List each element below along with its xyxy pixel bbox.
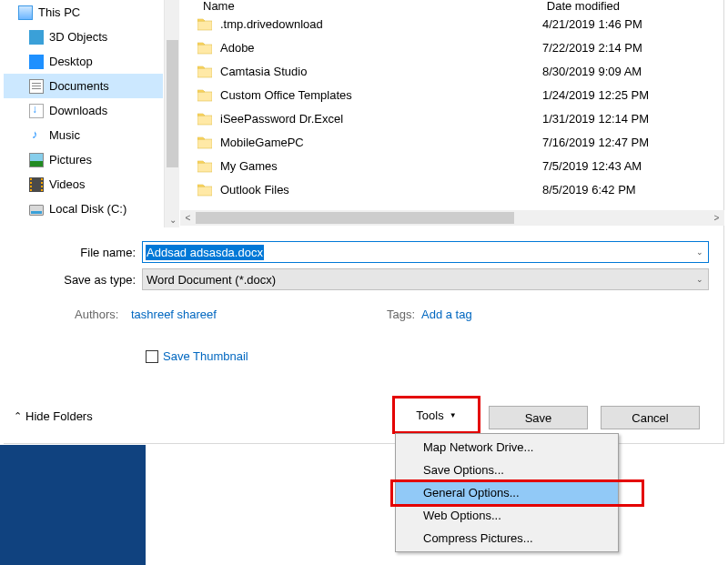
authors-label: Authors: [75, 308, 118, 321]
menu-item-save-options[interactable]: Save Options... [396, 459, 618, 481]
nav-item-pictures[interactable]: Pictures [4, 147, 163, 172]
nav-scroll-down[interactable]: ⌄ [165, 212, 180, 227]
folder-icon [197, 89, 212, 100]
hscroll-right-arrow[interactable]: > [709, 210, 724, 226]
file-date: 8/5/2019 6:42 PM [542, 183, 724, 197]
column-header-name[interactable]: Name [203, 0, 235, 13]
file-row[interactable]: My Games7/5/2019 12:43 AM [180, 154, 724, 177]
tags-value[interactable]: Add a tag [421, 308, 472, 321]
nav-item-this-pc[interactable]: This PC [4, 0, 163, 25]
pic-icon [29, 153, 44, 167]
nav-item-label: Downloads [49, 104, 107, 117]
save-as-type-value: Word Document (*.docx) [147, 273, 276, 287]
file-name: MobileGamePC [220, 136, 542, 149]
file-row[interactable]: Custom Office Templates1/24/2019 12:25 P… [180, 83, 724, 106]
nav-item-label: This PC [38, 5, 80, 19]
pc-icon [18, 5, 33, 20]
authors-value[interactable]: tashreef shareef [131, 308, 217, 321]
file-row[interactable]: MobileGamePC7/16/2019 12:47 PM [180, 130, 724, 154]
file-date: 7/5/2019 12:43 AM [542, 159, 724, 173]
cancel-button-label: Cancel [632, 411, 668, 425]
nav-scroll-thumb[interactable] [167, 40, 178, 167]
menu-item-map-network-drive[interactable]: Map Network Drive... [396, 436, 618, 459]
file-row[interactable]: Camtasia Studio8/30/2019 9:09 AM [180, 59, 724, 83]
folder-icon [197, 18, 212, 29]
file-row[interactable]: .tmp.drivedownload4/21/2019 1:46 PM [180, 12, 724, 35]
tags-label: Tags: [387, 308, 415, 321]
save-as-type-select[interactable]: Word Document (*.docx) ⌄ [142, 268, 709, 290]
disk-icon [29, 205, 44, 216]
desktop-icon [29, 55, 44, 69]
file-name-label: File name: [4, 246, 142, 259]
save-button-label: Save [525, 411, 552, 425]
tools-button-label: Tools [416, 409, 443, 422]
menu-item-general-options[interactable]: General Options... [396, 481, 618, 504]
nav-item-label: Local Disk (C:) [49, 202, 126, 216]
chevron-up-icon: ⌃ [14, 410, 22, 422]
file-name: Custom Office Templates [220, 88, 542, 102]
file-name: My Games [220, 159, 542, 173]
file-name: .tmp.drivedownload [220, 17, 542, 31]
nav-item-desktop[interactable]: Desktop [4, 49, 163, 74]
file-name: Outlook Files [220, 183, 542, 197]
save-button[interactable]: Save [489, 406, 588, 429]
file-listing: Name Date modified .tmp.drivedownload4/2… [180, 0, 724, 209]
file-date: 8/30/2019 9:09 AM [542, 65, 724, 78]
file-name-dropdown-arrow[interactable]: ⌄ [692, 242, 708, 262]
file-name: Adobe [220, 41, 542, 55]
background-app-strip [0, 445, 146, 565]
tools-highlight-box: Tools ▼ [392, 396, 480, 434]
nav-item-music[interactable]: Music [4, 123, 163, 147]
nav-item-label: Documents [49, 79, 109, 93]
down-icon [29, 104, 44, 118]
nav-item-label: Videos [49, 177, 86, 191]
file-name-value[interactable]: Addsad adsasda.docx [146, 245, 264, 260]
hscroll-left-arrow[interactable]: < [180, 210, 196, 226]
nav-item-label: 3D Objects [49, 30, 107, 44]
hide-folders-button[interactable]: ⌃ Hide Folders [14, 409, 93, 423]
file-name: Camtasia Studio [220, 65, 542, 78]
nav-item-videos[interactable]: Videos [4, 172, 163, 197]
doc-icon [29, 79, 44, 94]
save-thumbnail-checkbox[interactable] [146, 350, 158, 363]
file-name-input[interactable]: Addsad adsasda.docx ⌄ [142, 241, 709, 263]
navigation-tree: This PC3D ObjectsDesktopDocumentsDownloa… [4, 0, 163, 227]
nav-item-3d-objects[interactable]: 3D Objects [4, 25, 163, 49]
cancel-button[interactable]: Cancel [601, 406, 700, 429]
file-date: 1/31/2019 12:14 PM [542, 112, 724, 126]
folder-icon [197, 42, 212, 53]
music-icon [29, 128, 44, 143]
nav-item-label: Desktop [49, 55, 93, 68]
menu-item-compress-pictures[interactable]: Compress Pictures... [396, 527, 618, 550]
file-horizontal-scrollbar[interactable]: < > [180, 210, 724, 226]
file-row[interactable]: iSeePassword Dr.Excel1/31/2019 12:14 PM [180, 106, 724, 130]
nav-scrollbar[interactable]: ⌄ [164, 0, 179, 227]
tools-dropdown-arrow-icon: ▼ [450, 411, 457, 419]
nav-item-local-disk-c-[interactable]: Local Disk (C:) [4, 197, 163, 221]
file-date: 7/22/2019 2:14 PM [542, 41, 724, 55]
3d-icon [29, 30, 44, 45]
folder-icon [197, 66, 212, 76]
folder-icon [197, 160, 212, 171]
hscroll-thumb[interactable] [196, 212, 514, 224]
folder-icon [197, 113, 212, 124]
hide-folders-label: Hide Folders [25, 409, 93, 423]
vid-icon [29, 177, 44, 192]
menu-item-web-options[interactable]: Web Options... [396, 504, 618, 527]
file-row[interactable]: Outlook Files8/5/2019 6:42 PM [180, 177, 724, 201]
file-row[interactable]: Adobe7/22/2019 2:14 PM [180, 35, 724, 59]
save-as-type-dropdown-arrow[interactable]: ⌄ [692, 269, 708, 289]
nav-item-documents[interactable]: Documents [4, 74, 163, 98]
file-name: iSeePassword Dr.Excel [220, 112, 542, 126]
file-date: 7/16/2019 12:47 PM [542, 136, 724, 149]
folder-icon [197, 184, 212, 195]
nav-item-downloads[interactable]: Downloads [4, 98, 163, 123]
file-date: 1/24/2019 12:25 PM [542, 88, 724, 102]
tools-dropdown-menu: Map Network Drive...Save Options...Gener… [395, 433, 619, 552]
nav-item-label: Pictures [49, 153, 92, 166]
column-header-date[interactable]: Date modified [547, 0, 620, 13]
save-thumbnail-label[interactable]: Save Thumbnail [163, 349, 248, 363]
tools-button[interactable]: Tools ▼ [400, 403, 473, 427]
folder-icon [197, 136, 212, 147]
file-date: 4/21/2019 1:46 PM [542, 17, 724, 31]
